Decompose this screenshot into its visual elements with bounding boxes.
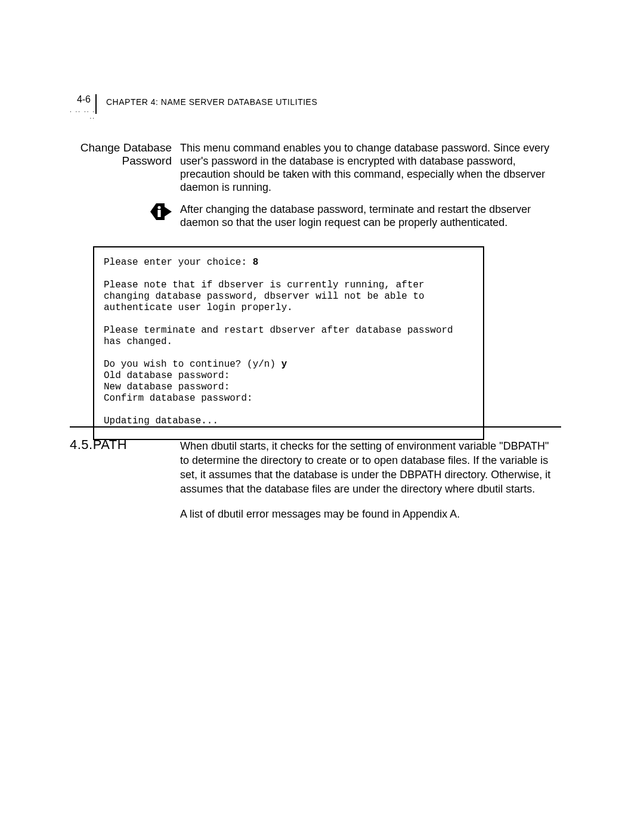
section2-body: When dbutil starts, it checks for the se… — [180, 439, 558, 521]
section1-title-line2: Password — [72, 154, 172, 168]
svg-marker-0 — [150, 203, 172, 220]
code-line-confirm-pw: Confirm database password: — [104, 393, 253, 404]
chapter-header-text: CHAPTER 4: NAME SERVER DATABASE UTILITIE… — [106, 97, 317, 107]
section2-p2: A list of dbutil error messages may be f… — [180, 507, 558, 521]
page-number: 4-6 — [77, 94, 91, 104]
section1-note: After changing the database password, te… — [180, 203, 558, 229]
code-line-old-pw: Old database password: — [104, 370, 230, 381]
section1-title-line1: Change Database — [72, 141, 172, 154]
code-block-note1: Please note that if dbserver is currentl… — [104, 280, 430, 313]
svg-point-1 — [157, 206, 160, 209]
code-line-updating: Updating database... — [104, 416, 218, 426]
info-icon — [149, 201, 173, 222]
section1-body: This menu command enables you to change … — [180, 141, 558, 194]
section2-title: 4.5.PATH — [70, 437, 127, 453]
section2-p1: When dbutil starts, it checks for the se… — [180, 439, 558, 496]
chapter-header: CHAPTER 4: NAME SERVER DATABASE UTILITIE… — [106, 97, 317, 107]
svg-rect-2 — [157, 210, 160, 217]
code-line-continue-value: y — [281, 359, 287, 370]
code-line-continue-prompt: Do you wish to continue? (y/n) — [104, 359, 281, 370]
page-number-box: 4-6 . .. .. . .. — [64, 94, 97, 114]
code-line-new-pw: New database password: — [104, 382, 230, 392]
code-line-choice-value: 8 — [253, 257, 259, 268]
code-block-note2: Please terminate and restart dbserver af… — [104, 325, 459, 347]
code-line-choice-prompt: Please enter your choice: — [104, 257, 253, 268]
section1-left-title: Change Database Password — [72, 141, 172, 168]
code-box: Please enter your choice: 8 Please note … — [93, 246, 484, 440]
decorative-dots: . .. .. . .. — [62, 107, 95, 120]
document-page: 4-6 . .. .. . .. CHAPTER 4: NAME SERVER … — [0, 0, 644, 833]
section-divider — [70, 426, 561, 428]
